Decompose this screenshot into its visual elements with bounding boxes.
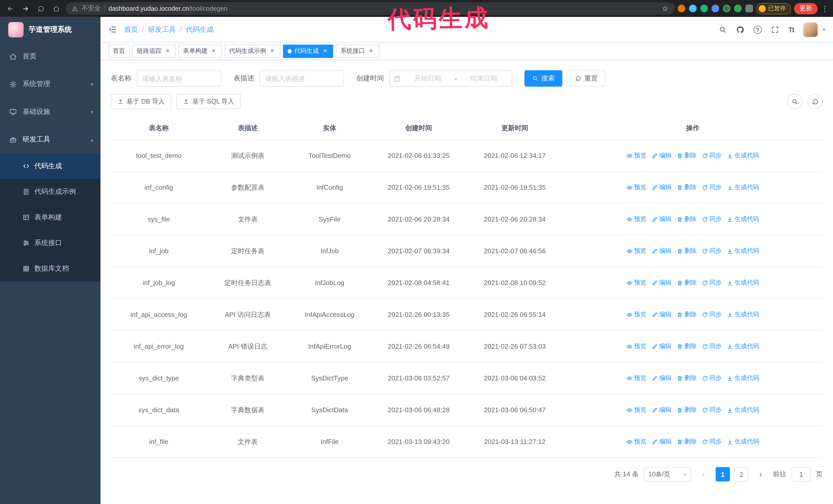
- action-edit-link[interactable]: 编辑: [651, 247, 671, 255]
- reset-button[interactable]: 重置: [568, 70, 605, 87]
- action-sync-link[interactable]: 同步: [702, 279, 722, 287]
- sidebar-item-1[interactable]: 系统管理▾: [0, 70, 100, 98]
- page-button-2[interactable]: 2: [734, 467, 748, 481]
- back-icon[interactable]: [4, 2, 17, 15]
- action-preview-link[interactable]: 预览: [626, 342, 646, 351]
- action-sync-link[interactable]: 同步: [702, 151, 722, 160]
- action-edit-link[interactable]: 编辑: [651, 151, 671, 160]
- extension-icon[interactable]: [700, 5, 708, 12]
- action-preview-link[interactable]: 预览: [626, 437, 646, 446]
- extension-icon[interactable]: [722, 5, 730, 12]
- date-start-input[interactable]: 开始日期: [404, 74, 452, 83]
- forward-icon[interactable]: [20, 2, 32, 15]
- action-preview-link[interactable]: 预览: [626, 406, 646, 414]
- sidebar-item-0[interactable]: 首页: [0, 43, 100, 70]
- extension-icon[interactable]: [734, 5, 741, 12]
- sidebar-item-3[interactable]: 研发工具▴: [0, 126, 100, 153]
- browser-home-icon[interactable]: [50, 2, 63, 15]
- sidebar-subitem-4[interactable]: 代码生成: [0, 153, 100, 179]
- action-generate-code-link[interactable]: 生成代码: [727, 310, 759, 319]
- prev-page-button[interactable]: ‹: [696, 467, 711, 481]
- fullscreen-icon[interactable]: [771, 25, 779, 33]
- action-generate-code-link[interactable]: 生成代码: [727, 406, 759, 414]
- action-generate-code-link[interactable]: 生成代码: [727, 374, 759, 383]
- action-delete-link[interactable]: 删除: [677, 215, 697, 223]
- action-edit-link[interactable]: 编辑: [651, 310, 671, 319]
- breadcrumb-item-0[interactable]: 首页: [124, 25, 138, 34]
- page-button-1[interactable]: 1: [716, 467, 730, 481]
- date-range-picker[interactable]: 开始日期 - 结束日期: [389, 70, 512, 87]
- action-preview-link[interactable]: 预览: [626, 374, 646, 383]
- breadcrumb-item-2[interactable]: 代码生成: [186, 25, 214, 34]
- close-icon[interactable]: ×: [164, 47, 171, 55]
- action-generate-code-link[interactable]: 生成代码: [727, 247, 759, 255]
- font-size-icon[interactable]: Tt: [788, 25, 794, 33]
- extension-icon[interactable]: [711, 5, 719, 12]
- bookmark-star-icon[interactable]: [662, 5, 668, 12]
- action-generate-code-link[interactable]: 生成代码: [727, 183, 759, 192]
- refresh-table-button[interactable]: [807, 94, 823, 109]
- action-preview-link[interactable]: 预览: [626, 247, 646, 255]
- close-icon[interactable]: ×: [269, 47, 276, 55]
- reload-icon[interactable]: [35, 2, 47, 15]
- sidebar-item-2[interactable]: 基础设施▾: [0, 98, 100, 126]
- update-button[interactable]: 更新: [794, 3, 818, 14]
- action-delete-link[interactable]: 删除: [677, 279, 697, 287]
- tab-3[interactable]: 代码生成示例×: [224, 44, 280, 58]
- action-generate-code-link[interactable]: 生成代码: [727, 279, 759, 287]
- action-sync-link[interactable]: 同步: [702, 183, 722, 192]
- tab-5[interactable]: 系统接口×: [336, 44, 379, 58]
- table-desc-input[interactable]: [259, 70, 344, 87]
- user-avatar[interactable]: [803, 22, 818, 37]
- action-sync-link[interactable]: 同步: [702, 342, 722, 351]
- close-icon[interactable]: ×: [322, 47, 329, 55]
- action-sync-link[interactable]: 同步: [702, 247, 722, 255]
- caret-down-icon[interactable]: ▾: [823, 27, 825, 32]
- action-sync-link[interactable]: 同步: [702, 215, 722, 223]
- action-edit-link[interactable]: 编辑: [651, 279, 671, 287]
- action-delete-link[interactable]: 删除: [677, 437, 697, 446]
- tab-0[interactable]: 首页: [108, 44, 130, 58]
- action-sync-link[interactable]: 同步: [702, 437, 722, 446]
- action-edit-link[interactable]: 编辑: [651, 374, 671, 383]
- action-sync-link[interactable]: 同步: [702, 310, 722, 319]
- action-generate-code-link[interactable]: 生成代码: [727, 215, 759, 223]
- sidebar-collapse-icon[interactable]: [108, 25, 117, 34]
- action-generate-code-link[interactable]: 生成代码: [727, 437, 759, 446]
- extension-icon[interactable]: [677, 5, 685, 12]
- sidebar-subitem-7[interactable]: 系统接口: [0, 230, 100, 256]
- action-delete-link[interactable]: 删除: [677, 151, 697, 160]
- extension-icon[interactable]: [689, 5, 696, 12]
- import-sql-button[interactable]: 基于 SQL 导入: [176, 94, 241, 109]
- action-edit-link[interactable]: 编辑: [651, 342, 671, 351]
- tab-2[interactable]: 表单构建×: [178, 44, 222, 58]
- next-page-button[interactable]: ›: [754, 467, 768, 481]
- action-generate-code-link[interactable]: 生成代码: [727, 151, 759, 160]
- browser-menu-icon[interactable]: ⋮: [821, 4, 829, 13]
- puzzle-extension-icon[interactable]: [745, 5, 753, 12]
- search-icon[interactable]: [719, 25, 727, 33]
- tab-1[interactable]: 链路追踪×: [132, 44, 176, 58]
- action-delete-link[interactable]: 删除: [677, 247, 697, 255]
- sidebar-logo[interactable]: 芋道管理系统: [0, 17, 100, 43]
- goto-page-input[interactable]: [791, 467, 811, 481]
- action-sync-link[interactable]: 同步: [702, 374, 722, 383]
- toggle-search-button[interactable]: [787, 94, 802, 109]
- action-preview-link[interactable]: 预览: [626, 215, 646, 223]
- close-icon[interactable]: ×: [367, 47, 375, 55]
- action-edit-link[interactable]: 编辑: [651, 406, 671, 414]
- page-size-select[interactable]: 10条/页 ▾: [644, 467, 691, 481]
- close-icon[interactable]: ×: [210, 47, 217, 55]
- sidebar-subitem-8[interactable]: 数据库文档: [0, 256, 100, 282]
- action-delete-link[interactable]: 删除: [677, 183, 697, 192]
- action-edit-link[interactable]: 编辑: [651, 437, 671, 446]
- action-preview-link[interactable]: 预览: [626, 183, 646, 192]
- action-delete-link[interactable]: 删除: [677, 342, 697, 351]
- address-bar[interactable]: 不安全 dashboard.yudao.iocoder.cn/tool/code…: [66, 2, 674, 15]
- sidebar-subitem-6[interactable]: 表单构建: [0, 205, 100, 230]
- action-preview-link[interactable]: 预览: [626, 279, 646, 287]
- tab-4[interactable]: 代码生成×: [283, 44, 333, 58]
- action-edit-link[interactable]: 编辑: [651, 183, 671, 192]
- action-delete-link[interactable]: 删除: [677, 406, 697, 414]
- search-button[interactable]: 搜索: [524, 70, 562, 87]
